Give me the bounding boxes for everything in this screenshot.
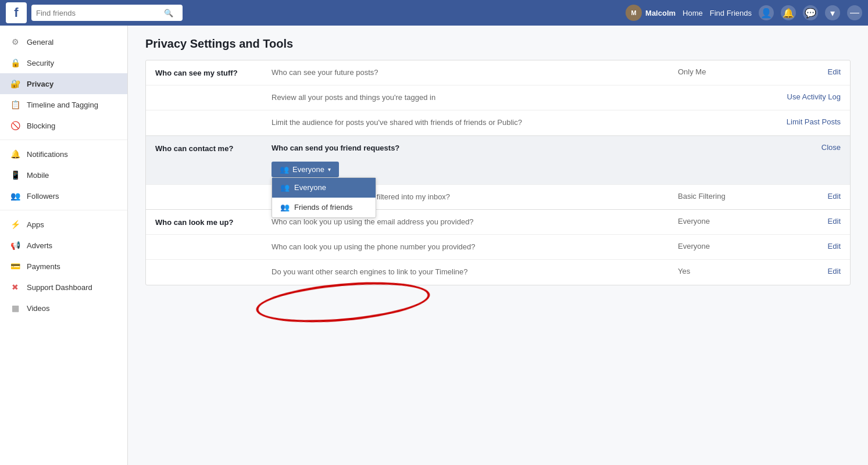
edit-email-lookup-link[interactable]: Edit	[828, 217, 841, 226]
support-icon: ✖	[9, 281, 21, 293]
close-friend-requests-link[interactable]: Close	[821, 143, 841, 152]
edit-inbox-filter-link[interactable]: Edit	[828, 192, 841, 201]
use-activity-log-link[interactable]: Use Activity Log	[787, 92, 841, 101]
action-limit-past[interactable]: Limit Past Posts	[771, 117, 841, 126]
dropdown-option-everyone[interactable]: 👥 Everyone	[272, 178, 376, 198]
dropdown-option-label-everyone: Everyone	[294, 183, 326, 193]
action-future-posts[interactable]: Edit	[771, 67, 841, 76]
sidebar-divider-2	[0, 210, 127, 210]
timeline-icon: 📋	[9, 99, 21, 110]
sidebar-label-timeline: Timeline and Tagging	[27, 101, 98, 109]
desc-email-lookup: Who can look you up using the email addr…	[272, 217, 678, 227]
nav-user[interactable]: M Malcolm	[626, 5, 676, 21]
sidebar-item-adverts[interactable]: 📢 Adverts	[0, 235, 127, 256]
lock-icon[interactable]: —	[847, 5, 862, 20]
value-inbox-filter: Basic Filtering	[678, 192, 771, 201]
messages-icon[interactable]: 💬	[803, 5, 818, 20]
sidebar-item-timeline[interactable]: 📋 Timeline and Tagging	[0, 94, 127, 115]
action-search-engines[interactable]: Edit	[771, 267, 841, 276]
desc-phone-lookup: Who can look you up using the phone numb…	[272, 242, 678, 252]
row-inbox-filter: Whose messages do you want filtered into…	[146, 185, 850, 209]
desc-future-posts: Who can see your future posts?	[272, 67, 678, 78]
settings-table: Who can see my stuff? Who can see your f…	[145, 60, 851, 285]
audience-dropdown-menu: 👥 Everyone 👥 Friends of friends	[272, 177, 376, 218]
sidebar-label-general: General	[27, 38, 53, 46]
sidebar-label-followers: Followers	[27, 192, 59, 201]
action-inbox-filter[interactable]: Edit	[771, 192, 841, 201]
sidebar-item-payments[interactable]: 💳 Payments	[0, 256, 127, 277]
limit-past-posts-link[interactable]: Limit Past Posts	[787, 117, 841, 126]
row-friend-requests: Who can contact me? Who can send you fri…	[146, 136, 850, 185]
edit-phone-lookup-link[interactable]: Edit	[828, 242, 841, 251]
sidebar-divider-1	[0, 140, 127, 140]
search-bar[interactable]: 🔍	[31, 5, 183, 21]
action-activity-log[interactable]: Use Activity Log	[771, 92, 841, 101]
sidebar-item-security[interactable]: 🔒 Security	[0, 52, 127, 73]
section-look-me-up: Who can look me up? Who can look you up …	[146, 210, 850, 285]
sidebar-label-payments: Payments	[27, 262, 60, 271]
security-icon: 🔒	[9, 57, 21, 69]
sidebar: ⚙ General 🔒 Security 🔐 Privacy 📋 Timelin…	[0, 26, 128, 465]
main-content: Privacy Settings and Tools Who can see m…	[128, 26, 868, 465]
section-label-empty-1	[155, 92, 272, 94]
section-contact-me: Who can contact me? Who can send you fri…	[146, 136, 850, 210]
main-layout: ⚙ General 🔒 Security 🔐 Privacy 📋 Timelin…	[0, 26, 868, 465]
row-limit-past: Limit the audience for posts you've shar…	[146, 110, 850, 135]
value-future-posts: Only Me	[678, 67, 771, 76]
value-search-engines: Yes	[678, 267, 771, 276]
sidebar-label-support: Support Dashboard	[27, 283, 92, 292]
desc-friend-requests: Who can send you friend requests?	[272, 143, 666, 153]
section-label-empty-2	[155, 117, 272, 119]
settings-icon[interactable]: ▾	[825, 5, 840, 20]
action-phone-lookup[interactable]: Edit	[771, 242, 841, 251]
apps-icon: ⚡	[9, 219, 21, 230]
sidebar-item-followers[interactable]: 👥 Followers	[0, 185, 127, 206]
sidebar-item-general[interactable]: ⚙ General	[0, 31, 127, 52]
edit-search-engines-link[interactable]: Edit	[828, 267, 841, 276]
sidebar-label-videos: Videos	[27, 304, 50, 313]
adverts-icon: 📢	[9, 239, 21, 251]
value-email-lookup: Everyone	[678, 217, 771, 226]
action-email-lookup[interactable]: Edit	[771, 217, 841, 226]
sidebar-item-videos[interactable]: ▦ Videos	[0, 298, 127, 319]
nav-find-friends-link[interactable]: Find Friends	[710, 9, 752, 17]
mobile-icon: 📱	[9, 169, 21, 181]
sidebar-label-privacy: Privacy	[27, 80, 53, 88]
avatar: M	[626, 5, 642, 21]
page-title: Privacy Settings and Tools	[145, 37, 851, 51]
followers-icon: 👥	[9, 190, 21, 202]
row-search-engines: Do you want other search engines to link…	[146, 260, 850, 284]
row-phone-lookup: Who can look you up using the phone numb…	[146, 235, 850, 260]
dropdown-option-friends-of-friends[interactable]: 👥 Friends of friends	[272, 198, 376, 217]
sidebar-label-adverts: Adverts	[27, 241, 52, 250]
sidebar-item-notifications[interactable]: 🔔 Notifications	[0, 144, 127, 164]
action-friend-requests[interactable]: Close	[771, 143, 841, 152]
edit-future-posts-link[interactable]: Edit	[828, 67, 841, 76]
desc-limit-past: Limit the audience for posts you've shar…	[272, 117, 678, 128]
sidebar-item-blocking[interactable]: 🚫 Blocking	[0, 115, 127, 136]
notifications-icon[interactable]: 🔔	[781, 5, 796, 20]
gear-icon: ⚙	[9, 36, 21, 48]
dropdown-selected-value: Everyone	[292, 165, 324, 174]
sidebar-item-apps[interactable]: ⚡ Apps	[0, 214, 127, 235]
everyone-icon: 👥	[280, 183, 290, 193]
friend-requests-area: Who can send you friend requests? 👥 Ever…	[272, 143, 678, 177]
section-label-contact-me: Who can contact me?	[155, 143, 272, 153]
desc-activity-log: Review all your posts and things you're …	[272, 92, 678, 103]
row-email-lookup: Who can look me up? Who can look you up …	[146, 210, 850, 235]
sidebar-item-support[interactable]: ✖ Support Dashboard	[0, 277, 127, 298]
sidebar-item-mobile[interactable]: 📱 Mobile	[0, 164, 127, 185]
friend-requests-icon[interactable]: 👤	[759, 5, 774, 20]
dropdown-icon: 👥	[280, 165, 289, 174]
friends-of-friends-icon: 👥	[280, 202, 290, 213]
payments-icon: 💳	[9, 260, 21, 272]
section-label-empty-4	[155, 242, 272, 243]
search-input[interactable]	[36, 9, 164, 17]
sidebar-label-notifications: Notifications	[27, 150, 68, 159]
blocking-icon: 🚫	[9, 120, 21, 131]
audience-dropdown-button[interactable]: 👥 Everyone ▾	[272, 162, 339, 177]
nav-home-link[interactable]: Home	[683, 9, 703, 17]
sidebar-item-privacy[interactable]: 🔐 Privacy	[0, 73, 127, 94]
sidebar-label-security: Security	[27, 59, 54, 67]
user-name: Malcolm	[645, 9, 676, 17]
